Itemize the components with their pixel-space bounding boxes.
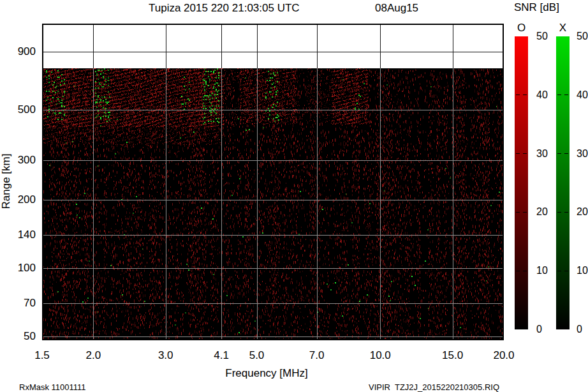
colorbar-tick-dash	[557, 212, 561, 213]
y-tick-label: 50	[0, 330, 36, 343]
colorbar-tick-dash	[516, 94, 520, 95]
colorbar-tick-dash	[557, 271, 561, 271]
colorbar-tick-dash	[557, 94, 561, 95]
y-tick-label: 900	[0, 45, 36, 58]
colorbar-title: SNR [dB]	[514, 1, 559, 14]
y-tick-label: 100	[0, 262, 36, 275]
x-tick-label: 10.0	[361, 349, 399, 362]
x-tick-label: 5.0	[238, 349, 276, 362]
y-tick-label: 200	[0, 193, 36, 206]
chart-title: Tupiza 2015 220 21:03:05 UTC	[149, 2, 300, 15]
colorbar-tick-dash	[516, 271, 520, 271]
colorbar-tick-dash	[523, 212, 527, 213]
x-tick-label: 4.1	[202, 349, 240, 362]
colorbar-o-label: O	[515, 22, 528, 34]
colorbar-tick-dash	[557, 153, 561, 154]
footer-rxmask: RxMask 11001111	[19, 382, 86, 392]
y-tick-label: 500	[0, 103, 36, 116]
x-tick-label: 2.0	[74, 349, 112, 362]
colorbar-tick-label: 50	[536, 31, 548, 42]
colorbar-tick-label: 20	[536, 206, 548, 218]
colorbar-tick-dash	[564, 271, 568, 271]
colorbar-tick-label: 30	[577, 148, 588, 160]
colorbar-tick-dash	[564, 212, 568, 213]
colorbar-tick-label: 10	[536, 265, 548, 276]
colorbar-tick-label: 10	[577, 265, 588, 276]
x-tick-label: 20.0	[485, 349, 523, 362]
colorbar-tick-label: 30	[536, 148, 548, 160]
colorbar-tick-dash	[523, 271, 527, 271]
colorbar-tick-label: 40	[536, 89, 548, 101]
colorbar-tick-label: 0	[536, 324, 542, 335]
colorbar-o-gradient	[515, 36, 528, 329]
x-axis-label: Frequency [MHz]	[225, 367, 307, 380]
colorbar-tick-dash	[516, 153, 520, 154]
colorbar-tick-label: 40	[577, 89, 588, 101]
y-tick-label: 70	[0, 297, 36, 310]
colorbar-tick-dash	[564, 94, 568, 95]
x-tick-label: 7.0	[298, 349, 336, 362]
colorbar-x-gradient	[556, 36, 570, 329]
colorbar-tick-dash	[516, 212, 520, 213]
y-tick-label: 300	[0, 154, 36, 167]
ionogram-viewer: Tupiza 2015 220 21:03:05 UTC 08Aug15 Ran…	[0, 0, 588, 392]
colorbar-tick-label: 0	[577, 324, 582, 335]
colorbar-tick-dash	[523, 153, 527, 154]
colorbar-tick-label: 20	[577, 206, 588, 218]
y-tick-label: 140	[0, 229, 36, 241]
colorbar-x-label: X	[556, 22, 570, 34]
x-tick-label: 3.0	[147, 349, 185, 362]
colorbar-tick-label: 50	[577, 31, 588, 42]
ionogram-heatmap-canvas	[42, 24, 504, 340]
colorbar-tick-dash	[564, 153, 568, 154]
colorbar-tick-dash	[523, 94, 527, 95]
x-tick-label: 15.0	[434, 349, 472, 362]
x-tick-label: 1.5	[23, 349, 61, 362]
footer-filename: VIPIR TZJ2J_2015220210305.RIQ	[369, 382, 499, 392]
chart-date-label: 08Aug15	[375, 2, 418, 15]
